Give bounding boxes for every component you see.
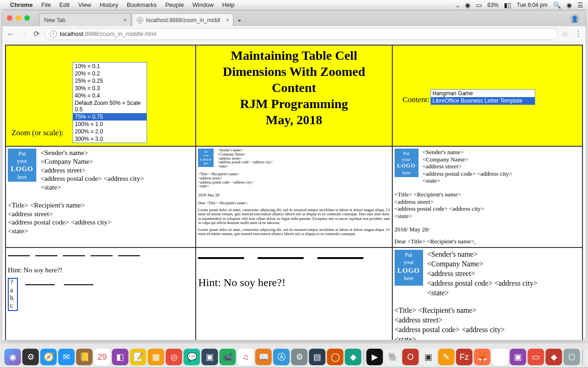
wifi-icon[interactable]: ◉ (465, 1, 470, 9)
dock-finder-icon[interactable]: ☻ (0, 349, 3, 365)
siri-icon[interactable]: ◉ (566, 1, 572, 9)
menu-edit[interactable]: Edit (59, 1, 69, 8)
zoom-label: Zoom (or scale): (11, 128, 63, 138)
dock-contacts-icon[interactable]: 📒 (76, 349, 93, 365)
dock-sysprefs-icon[interactable]: ⚙ (291, 349, 308, 365)
hangman-blanks (8, 250, 193, 258)
menu-file[interactable]: File (41, 1, 51, 8)
clock[interactable]: Tue 8:04 pm (517, 2, 548, 8)
dock-app-icon[interactable]: ▣ (510, 349, 526, 365)
logo-placeholder: Put your LOGO here (395, 250, 423, 286)
zoom-option[interactable]: 25% = 0.25 (73, 77, 147, 85)
content-option-selected[interactable]: LibreOffice Business Letter Template (431, 97, 535, 104)
content-label: Content: (403, 95, 430, 104)
dock-app-icon[interactable]: ✎ (438, 349, 455, 365)
dock-terminal-icon[interactable]: ▶ (367, 349, 383, 365)
dock-safari-icon[interactable]: 🧭 (40, 349, 57, 365)
menu-people[interactable]: People (165, 1, 184, 8)
menu-view[interactable]: View (78, 1, 91, 8)
sender-block: <Sender's name> <Company Name> <address … (427, 250, 537, 298)
close-tab-icon[interactable]: × (123, 17, 127, 23)
dock-mail-icon[interactable]: ✉ (58, 349, 75, 365)
window-zoom-button[interactable] (24, 15, 30, 21)
dock-app-icon[interactable]: ◯ (327, 349, 344, 365)
zoom-option[interactable]: 20% = 0.2 (73, 70, 147, 77)
close-tab-icon[interactable]: × (226, 17, 230, 23)
hangman-letter-select[interactable]: ? a b c (8, 278, 18, 310)
recipient-block: <Title> <Recipient's name> <address stre… (8, 201, 193, 236)
hangman-small: Hint: No soy here?! ? a b c (6, 247, 196, 340)
zoom-option[interactable]: 300% = 3.0 (73, 135, 147, 143)
battery-percent: 63% (487, 2, 498, 8)
dock-opera-icon[interactable]: O (402, 349, 419, 365)
tab-title: localhost:8888/zoom_in_middl (146, 17, 220, 23)
menu-history[interactable]: History (100, 1, 118, 8)
dock-facetime-icon[interactable]: 📹 (220, 349, 236, 365)
profile-avatar-icon[interactable]: 👤 (570, 14, 579, 23)
bluetooth-icon[interactable]: ⌵ (456, 1, 459, 9)
window-minimize-button[interactable] (16, 15, 21, 21)
menu-app[interactable]: Chrome (10, 1, 33, 8)
dock-app-icon[interactable]: 🐘 (384, 349, 401, 365)
dock-ibooks-icon[interactable]: 📖 (255, 349, 272, 365)
dock-app-icon[interactable]: ▭ (528, 349, 544, 365)
dock-app-icon[interactable]: ⬡ (564, 349, 580, 365)
letter-date: 2018/ May 28/ (395, 226, 581, 233)
dock-messages-icon[interactable]: 💬 (184, 349, 200, 365)
dock-chrome-icon[interactable]: ◉ (492, 349, 509, 365)
dock-appstore-icon[interactable]: Ⓐ (273, 349, 290, 365)
content-cell: Content: Hangman Game LibreOffice Busine… (392, 45, 583, 146)
dock-app-icon[interactable]: ◆ (345, 349, 362, 365)
logo-placeholder: Put your LOGO here (198, 149, 214, 167)
zoom-option-selected[interactable]: 75% = 0.75 (73, 113, 147, 121)
window-close-button[interactable] (7, 15, 12, 21)
airplay-icon[interactable]: ▭ (476, 1, 482, 9)
content-option[interactable]: Hangman Game (431, 90, 535, 97)
menu-bookmarks[interactable]: Bookmarks (127, 1, 157, 8)
dock-app-icon[interactable]: ▣ (420, 349, 437, 365)
tab-new-tab[interactable]: New Tab × (39, 13, 131, 26)
dock-notes-icon[interactable]: 📝 (130, 349, 147, 365)
zoom-option[interactable]: 40% = 0.4 (73, 92, 147, 99)
bookmark-star-icon[interactable]: ☆ (562, 29, 568, 38)
url-input[interactable]: i localhost:8888/zoom_in_middle.html (45, 28, 558, 40)
dock-calendar-icon[interactable]: 29 (94, 349, 111, 365)
zoom-option[interactable]: 10% = 0.1 (73, 63, 147, 70)
menu-window[interactable]: Window (192, 1, 214, 8)
dock-settings-icon[interactable]: ⚙ (23, 349, 39, 365)
dock-trash-icon[interactable]: 🗑 (585, 349, 588, 365)
back-button[interactable]: ← (6, 30, 15, 38)
dock-app-icon[interactable]: ◎ (166, 349, 182, 365)
menu-help[interactable]: Help (222, 1, 235, 8)
zoom-option[interactable]: Default Zoom 50% = Scale 0.5 (73, 99, 147, 113)
dock-separator (582, 350, 583, 365)
dock-app-icon[interactable]: ▣ (202, 349, 218, 365)
reload-button[interactable]: ⟳ (32, 29, 41, 38)
dock-app-icon[interactable]: ◧ (112, 349, 129, 365)
zoom-option[interactable]: 30% = 0.3 (73, 85, 147, 92)
site-info-icon[interactable]: i (50, 30, 57, 38)
dock-itunes-icon[interactable]: ♫ (237, 349, 254, 365)
zoom-option[interactable]: 100% = 1.0 (73, 121, 147, 128)
new-tab-button[interactable]: ▸ (235, 15, 244, 24)
recipient-block: <Title> <Recipient's name> <address stre… (395, 306, 581, 340)
chrome-menu-icon[interactable]: ⋮ (575, 29, 582, 38)
dock-app-icon[interactable]: ▦ (148, 349, 164, 365)
spotlight-icon[interactable]: 🔍 (553, 1, 561, 9)
zoom-option[interactable]: 200% = 2.0 (73, 128, 147, 135)
dock-firefox-icon[interactable]: 🦊 (474, 349, 491, 365)
address-bar: ← → ⟳ i localhost:8888/zoom_in_middle.ht… (2, 26, 586, 42)
zoom-select[interactable]: 10% = 0.1 20% = 0.2 25% = 0.25 30% = 0.3… (73, 62, 147, 143)
sender-block: <Sender's name> <Company Name> <address … (40, 149, 144, 192)
notifications-icon[interactable]: ☰ (577, 1, 583, 9)
dock-app-icon[interactable]: ▤ (309, 349, 326, 365)
dock-app-icon[interactable]: ◆ (546, 349, 562, 365)
dock-siri-icon[interactable]: ◉ (5, 349, 21, 365)
url-port: :8888 (83, 30, 98, 37)
content-select[interactable]: Hangman Game LibreOffice Business Letter… (430, 89, 535, 105)
zoom-cell: Zoom (or scale): 10% = 0.1 20% = 0.2 25%… (6, 45, 196, 146)
battery-icon[interactable]: ▮▯ (504, 1, 511, 9)
tab-localhost[interactable]: ⊙ localhost:8888/zoom_in_middl × (132, 13, 233, 26)
dock-filezilla-icon[interactable]: Fz (456, 349, 473, 365)
logo-placeholder: Put your LOGO here (395, 149, 418, 177)
